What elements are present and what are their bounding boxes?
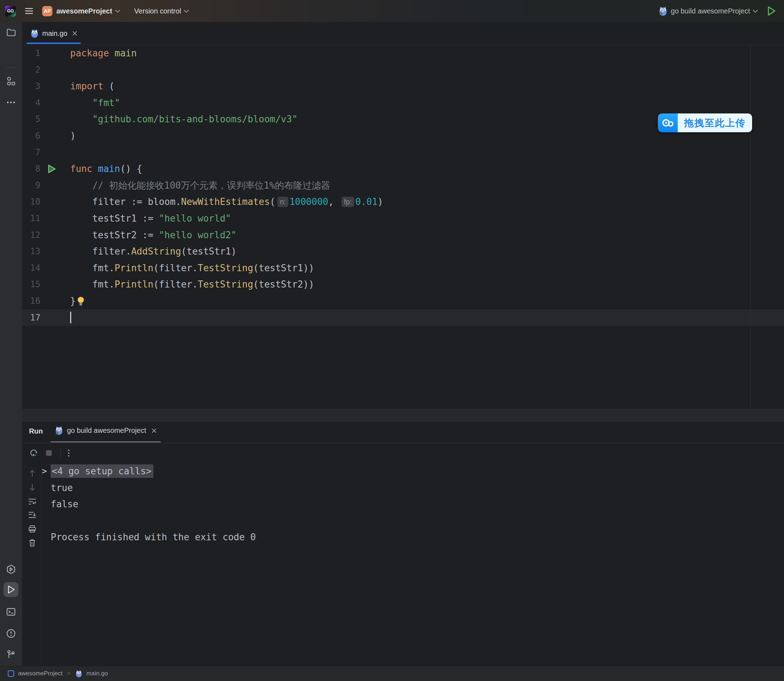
run-panel-title: Run <box>29 427 43 436</box>
line-number: 9 <box>22 177 40 194</box>
status-bar: awesomeProject > main.go <box>0 666 784 681</box>
hard-wrap-guide <box>750 45 751 408</box>
folded-setup-calls[interactable]: <4 go setup calls> <box>51 464 153 478</box>
project-name[interactable]: awesomeProject <box>56 7 112 15</box>
console-text: true <box>51 483 73 493</box>
inline-parameter-hint: n: <box>277 197 288 207</box>
project-tool-window-button[interactable] <box>3 25 18 40</box>
soft-wrap-button[interactable] <box>28 497 37 506</box>
console-output[interactable]: ><4 go setup calls>truefalseProcess fini… <box>42 463 782 546</box>
editor-line-1[interactable]: 1package main <box>22 45 784 62</box>
more-tool-windows-button[interactable] <box>3 95 18 110</box>
tab-main-go[interactable]: main.go <box>27 22 82 45</box>
main-menu-button[interactable] <box>25 8 33 14</box>
run-tool-window: Run go build awesomeProject <box>22 422 784 666</box>
tab-close-icon[interactable] <box>72 31 77 36</box>
run-config-chevron-down-icon[interactable] <box>753 10 758 13</box>
line-number: 7 <box>22 144 40 161</box>
gutter-space <box>40 276 70 293</box>
editor-line-7[interactable]: 7 <box>22 144 784 161</box>
line-number: 1 <box>22 45 40 62</box>
editor-line-9[interactable]: 9 // 初始化能接收100万个元素，误判率位1%的布隆过滤器 <box>22 177 784 194</box>
services-tool-window-button[interactable] <box>3 562 18 577</box>
text-caret <box>70 312 71 323</box>
console-toolbar <box>22 463 42 665</box>
gutter-space <box>40 144 70 161</box>
version-control-tool-window-button[interactable] <box>3 647 18 662</box>
goland-window: GO AP awesomeProject Version control go … <box>0 0 784 681</box>
project-chevron-down-icon[interactable] <box>115 10 120 13</box>
gutter-space <box>40 243 70 260</box>
editor-line-14[interactable]: 14 fmt.Println(filter.TestString(testStr… <box>22 260 784 277</box>
editor-line-15[interactable]: 15 fmt.Println(filter.TestString(testStr… <box>22 276 784 293</box>
editor-runpanel-splitter[interactable] <box>22 409 784 422</box>
line-number: 15 <box>22 276 40 293</box>
breadcrumb-project[interactable]: awesomeProject <box>18 670 63 677</box>
console-line-3[interactable]: false <box>42 496 782 513</box>
more-options-button[interactable] <box>68 449 70 457</box>
console-text: false <box>51 499 78 510</box>
code-text: "fmt" <box>70 95 784 111</box>
line-number: 5 <box>22 111 40 128</box>
editor-line-2[interactable]: 2 <box>22 62 784 78</box>
run-tab-label: go build awesomeProject <box>67 426 146 435</box>
gutter-space <box>40 260 70 277</box>
stop-button[interactable] <box>45 450 52 457</box>
project-avatar[interactable]: AP <box>42 6 52 16</box>
gutter-space <box>40 128 70 144</box>
vcs-chevron-down-icon[interactable] <box>184 10 189 13</box>
prev-occurrence-button[interactable] <box>28 469 37 478</box>
line-number: 6 <box>22 128 40 144</box>
run-line-gutter-icon[interactable] <box>40 161 70 177</box>
console-line-4[interactable] <box>42 513 782 529</box>
line-number: 11 <box>22 210 40 227</box>
code-text: fmt.Println(filter.TestString(testStr2)) <box>70 276 784 293</box>
editor-line-12[interactable]: 12 testStr2 := "hello world2" <box>22 227 784 244</box>
run-tool-window-button[interactable] <box>3 582 18 597</box>
line-number: 10 <box>22 193 40 210</box>
editor-line-10[interactable]: 10 filter := bloom.NewWithEstimates(n:10… <box>22 193 784 210</box>
problems-tool-window-button[interactable] <box>3 626 18 641</box>
run-panel-tab[interactable]: go build awesomeProject <box>55 426 156 435</box>
code-text <box>70 144 784 161</box>
clear-console-button[interactable] <box>28 538 37 547</box>
console-line-1[interactable]: ><4 go setup calls> <box>42 463 782 480</box>
gutter-space <box>40 45 70 62</box>
gutter-space <box>40 78 70 95</box>
line-number: 14 <box>22 260 40 277</box>
version-control-widget[interactable]: Version control <box>134 7 181 15</box>
rerun-button[interactable] <box>29 448 38 458</box>
console-line-5[interactable]: Process finished with the exit code 0 <box>42 529 782 546</box>
run-button[interactable] <box>767 6 776 16</box>
structure-tool-window-button[interactable] <box>3 74 18 89</box>
editor-line-16[interactable]: 16} <box>22 293 784 309</box>
gutter-space <box>40 227 70 244</box>
gutter-space <box>40 309 70 326</box>
run-active-tab-indicator <box>50 441 161 442</box>
editor-line-4[interactable]: 4 "fmt" <box>22 95 784 111</box>
code-text <box>70 309 784 326</box>
editor-line-17[interactable]: 17 <box>22 309 784 326</box>
editor-line-8[interactable]: 8func main() { <box>22 161 784 177</box>
run-panel-header: Run go build awesomeProject <box>22 422 784 443</box>
print-button[interactable] <box>28 524 37 534</box>
terminal-tool-window-button[interactable] <box>3 605 18 619</box>
inline-parameter-hint: fp: <box>341 197 354 207</box>
code-text: import ( <box>70 78 784 95</box>
fold-expand-icon[interactable]: > <box>42 463 47 480</box>
editor-line-13[interactable]: 13 filter.AddString(testStr1) <box>22 243 784 260</box>
intention-bulb-icon[interactable] <box>76 296 85 306</box>
console-line-2[interactable]: true <box>42 480 782 496</box>
editor-line-3[interactable]: 3import ( <box>22 78 784 95</box>
goland-logo-icon[interactable]: GO <box>5 6 16 17</box>
run-tab-close-icon[interactable] <box>152 428 156 433</box>
editor-line-11[interactable]: 11 testStr1 := "hello world" <box>22 210 784 227</box>
run-config-gopher-icon[interactable] <box>658 6 668 16</box>
netdisk-upload-overlay[interactable]: 拖拽至此上传 <box>658 114 752 132</box>
breadcrumb-file[interactable]: main.go <box>87 670 108 677</box>
code-editor[interactable]: 1package main23import (4 "fmt"5 "github.… <box>22 45 784 409</box>
gutter-space <box>40 95 70 111</box>
run-configuration-selector[interactable]: go build awesomeProject <box>671 7 750 15</box>
next-occurrence-button[interactable] <box>28 483 37 492</box>
scroll-to-end-button[interactable] <box>28 510 37 519</box>
